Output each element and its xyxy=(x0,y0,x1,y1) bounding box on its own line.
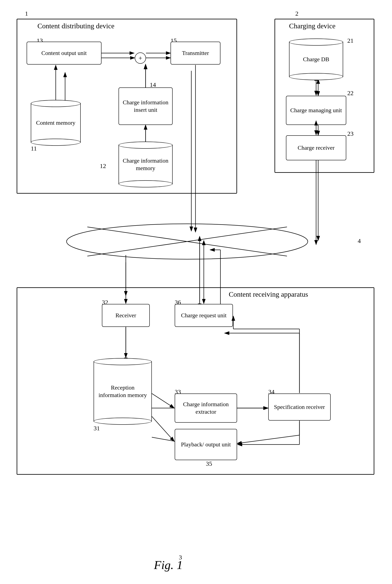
transmitter: Transmitter xyxy=(170,42,220,65)
network-svg xyxy=(62,221,312,262)
receiver: Receiver xyxy=(102,304,150,327)
content-memory: Content memory xyxy=(31,100,81,146)
charge-info-extractor: Charge information extractor xyxy=(175,394,237,423)
content-distributing-label: Content distributing device xyxy=(38,22,114,30)
content-receiving-label: Content receiving apparatus xyxy=(229,290,308,298)
charge-managing-unit: Charge managing unit xyxy=(286,96,346,125)
diagram: 1 Content distributing device 13 Content… xyxy=(0,0,392,584)
charging-device-label: Charging device xyxy=(289,22,336,30)
content-output-unit: Content output unit xyxy=(26,42,102,65)
charge-receiver-right: Charge receiver xyxy=(286,135,346,160)
charge-info-insert-unit: Charge information insert unit xyxy=(118,87,172,125)
specification-receiver: Specification receiver xyxy=(268,394,331,421)
reception-info-memory: Reception information memory xyxy=(94,358,152,425)
number-14: 14 xyxy=(150,81,156,88)
figure-title: Fig. 1 xyxy=(154,558,183,572)
plus-circle: + xyxy=(135,53,146,64)
number-35: 35 xyxy=(206,460,212,467)
number-11: 11 xyxy=(31,145,37,152)
number-4: 4 xyxy=(358,237,361,244)
number-22: 22 xyxy=(347,90,354,97)
number-21: 21 xyxy=(347,37,354,44)
charge-request-unit: Charge request unit xyxy=(175,304,233,327)
number-31: 31 xyxy=(94,425,100,432)
number-1: 1 xyxy=(25,10,28,17)
playback-output-unit: Playback/ output unit xyxy=(175,429,237,460)
number-23: 23 xyxy=(347,130,354,137)
charge-db: Charge DB xyxy=(289,39,343,80)
charge-info-memory: Charge information memory xyxy=(118,142,172,187)
number-12: 12 xyxy=(100,162,106,169)
number-2: 2 xyxy=(295,10,298,17)
